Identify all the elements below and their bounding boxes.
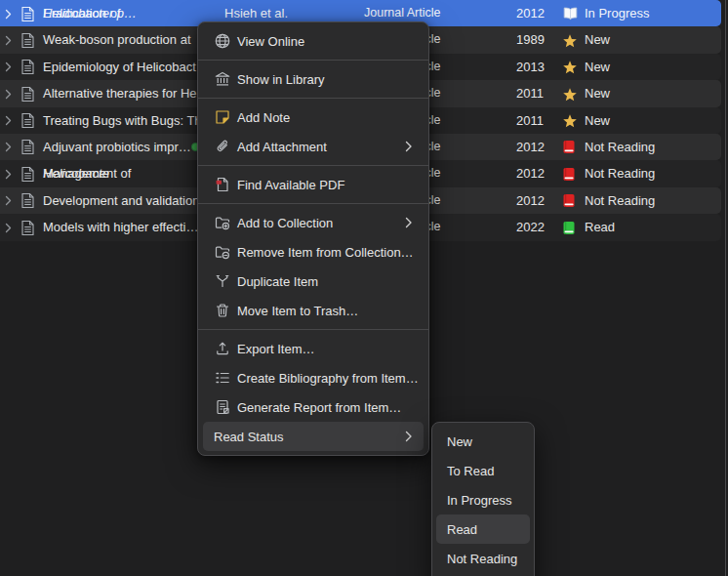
- item-title: Models with higher effecti…: [43, 214, 198, 240]
- read-status-label: Not Reading: [585, 134, 655, 160]
- submenu-item-new[interactable]: New: [436, 427, 530, 456]
- document-icon: [20, 220, 35, 236]
- expand-chevron-icon[interactable]: [5, 89, 12, 100]
- read-status-label: In Progress: [585, 0, 649, 26]
- item-title: Adjuvant probiotics impr…: [43, 134, 191, 160]
- item-year: 2012: [516, 0, 545, 26]
- read-status-label: Read: [585, 214, 615, 240]
- read-status-submenu: New To Read In Progress Read Not Reading: [431, 422, 535, 576]
- pane-border: [725, 0, 726, 576]
- document-icon: [20, 32, 35, 49]
- expand-chevron-icon[interactable]: [5, 9, 12, 20]
- item-year: 2011: [516, 107, 544, 134]
- item-year: 2022: [516, 214, 545, 240]
- document-icon: [20, 59, 35, 75]
- read-status-label: Not Reading: [585, 160, 655, 186]
- document-icon: [20, 166, 35, 183]
- document-icon: [20, 112, 35, 129]
- star-icon: [562, 87, 578, 103]
- item-title: Eradication of Helicobacter p…: [43, 0, 137, 26]
- menu-item-find-available-pdf[interactable]: Find Available PDF: [203, 170, 424, 199]
- submenu-item-read[interactable]: Read: [436, 514, 530, 544]
- item-title: Management of Helicobacte: [43, 160, 109, 186]
- menu-separator: [198, 165, 428, 166]
- menu-separator: [198, 203, 428, 204]
- submenu-item-in-progress[interactable]: In Progress: [436, 485, 530, 514]
- expand-chevron-icon[interactable]: [5, 195, 12, 206]
- document-icon: [20, 192, 35, 209]
- menu-item-read-status[interactable]: Read Status: [203, 422, 424, 451]
- document-icon: [20, 139, 35, 155]
- menu-item-duplicate-item[interactable]: Duplicate Item: [203, 267, 424, 296]
- menu-item-add-attachment[interactable]: Add Attachment: [203, 132, 424, 161]
- expand-chevron-icon[interactable]: [5, 223, 12, 233]
- menu-item-move-to-trash[interactable]: Move Item to Trash…: [203, 296, 424, 325]
- item-title: Development and validation: [43, 187, 199, 214]
- menu-item-export-item[interactable]: Export Item…: [203, 334, 424, 363]
- expand-chevron-icon[interactable]: [5, 115, 12, 126]
- read-status-label: New: [585, 54, 610, 80]
- item-title: Weak-boson production at: [43, 26, 191, 53]
- item-title: Treating Bugs with Bugs: Th: [43, 107, 202, 134]
- star-icon: [562, 113, 578, 129]
- read-status-label: New: [585, 80, 610, 106]
- menu-item-add-to-collection[interactable]: Add to Collection: [203, 208, 424, 237]
- bibliography-list-icon: [214, 369, 231, 387]
- item-year: 2011: [516, 80, 544, 106]
- submenu-item-not-reading[interactable]: Not Reading: [436, 544, 530, 573]
- folder-minus-icon: [214, 243, 231, 261]
- menu-item-view-online[interactable]: View Online: [203, 26, 424, 56]
- menu-item-remove-from-collection[interactable]: Remove Item from Collection…: [203, 237, 424, 267]
- item-title: Epidemiology of Helicobact: [43, 54, 196, 80]
- read-status-label: New: [585, 107, 610, 134]
- item-year: 2012: [516, 160, 545, 186]
- menu-separator: [198, 329, 428, 330]
- menu-item-generate-report[interactable]: Generate Report from Item…: [203, 392, 424, 422]
- submenu-arrow-icon: [404, 431, 413, 442]
- red-book-icon: [562, 140, 576, 154]
- folder-plus-icon: [214, 214, 231, 231]
- open-book-icon: [562, 7, 579, 21]
- trash-icon: [214, 302, 231, 319]
- export-icon: [214, 340, 231, 357]
- submenu-item-to-read[interactable]: To Read: [436, 456, 530, 485]
- item-context-menu: View Online Show in Library Add Note Add…: [197, 21, 429, 456]
- pdf-page-icon: [214, 176, 231, 193]
- submenu-arrow-icon: [404, 217, 413, 228]
- report-icon: [214, 398, 231, 416]
- red-book-icon: [562, 167, 576, 182]
- menu-separator: [198, 98, 428, 99]
- expand-chevron-icon[interactable]: [5, 35, 12, 46]
- item-year: 1989: [516, 26, 545, 53]
- read-status-label: Not Reading: [585, 187, 655, 214]
- item-year: 2012: [516, 134, 545, 160]
- note-icon: [214, 108, 231, 126]
- fork-icon: [214, 272, 231, 290]
- menu-item-create-bibliography[interactable]: Create Bibliography from Item…: [203, 363, 424, 392]
- library-building-icon: [214, 70, 231, 88]
- menu-item-show-in-library[interactable]: Show in Library: [203, 64, 424, 94]
- globe-icon: [214, 32, 231, 50]
- star-icon: [562, 33, 578, 49]
- item-year: 2013: [516, 54, 545, 80]
- document-icon: [20, 86, 35, 103]
- green-book-icon: [562, 221, 576, 235]
- menu-item-add-note[interactable]: Add Note: [203, 103, 424, 132]
- star-icon: [562, 60, 578, 75]
- expand-chevron-icon[interactable]: [5, 62, 12, 72]
- menu-separator: [198, 60, 428, 61]
- expand-chevron-icon[interactable]: [5, 169, 12, 180]
- item-year: 2012: [516, 187, 545, 214]
- item-title: Alternative therapies for He: [43, 80, 197, 106]
- red-book-icon: [562, 193, 576, 208]
- expand-chevron-icon[interactable]: [5, 142, 12, 152]
- read-status-label: New: [585, 26, 610, 53]
- paperclip-icon: [214, 138, 231, 155]
- submenu-arrow-icon: [404, 141, 413, 152]
- document-icon: [20, 6, 35, 22]
